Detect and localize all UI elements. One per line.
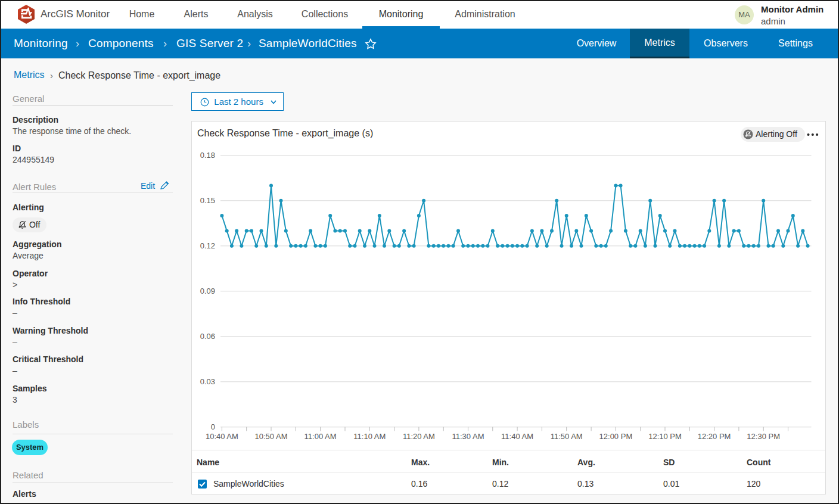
svg-text:0.03: 0.03: [200, 377, 215, 386]
svg-text:12:20 PM: 12:20 PM: [698, 432, 731, 441]
svg-text:11:00 AM: 11:00 AM: [304, 432, 337, 441]
svg-text:10:40 AM: 10:40 AM: [206, 432, 238, 441]
svg-text:12:10 PM: 12:10 PM: [648, 432, 682, 441]
svg-text:11:50 AM: 11:50 AM: [551, 432, 583, 441]
svg-text:0.09: 0.09: [200, 287, 215, 295]
svg-text:12:00 PM: 12:00 PM: [599, 432, 633, 441]
svg-text:11:10 AM: 11:10 AM: [353, 432, 386, 441]
svg-text:12:30 PM: 12:30 PM: [747, 432, 780, 441]
svg-text:11:20 AM: 11:20 AM: [403, 432, 435, 441]
svg-text:0.06: 0.06: [200, 332, 215, 341]
svg-text:0.15: 0.15: [200, 196, 215, 205]
svg-text:11:30 AM: 11:30 AM: [452, 432, 484, 441]
svg-text:0.18: 0.18: [200, 151, 215, 160]
svg-text:0: 0: [211, 422, 215, 431]
svg-text:10:50 AM: 10:50 AM: [255, 432, 288, 441]
svg-text:11:40 AM: 11:40 AM: [501, 432, 533, 441]
svg-text:0.12: 0.12: [200, 241, 215, 250]
